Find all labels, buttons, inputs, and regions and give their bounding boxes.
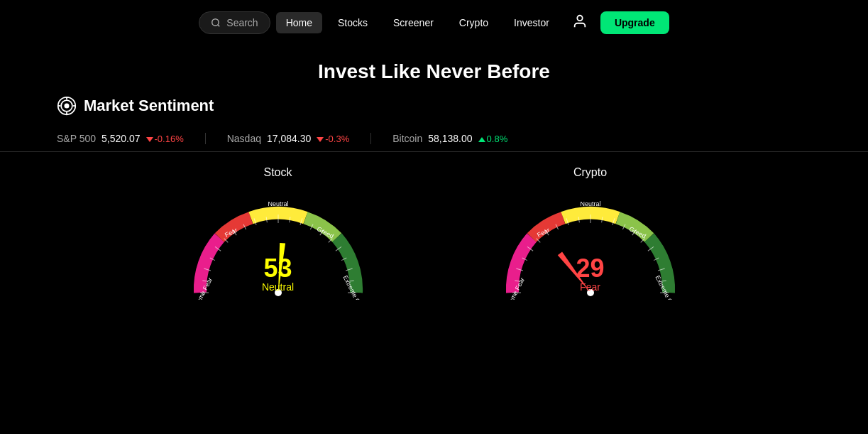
sp500-value: 5,520.07 (101, 133, 141, 144)
sp500-name: S&P 500 (57, 133, 96, 144)
crypto-label-neutral: Neutral (580, 200, 600, 207)
sp500-change: -0.16% (146, 134, 184, 144)
crypto-gauge-value: 29 Fear (576, 256, 604, 293)
stock-gauge-number: 53 (262, 256, 294, 281)
nav-screener[interactable]: Screener (383, 12, 444, 33)
nav-investor[interactable]: Investor (504, 12, 559, 33)
crypto-gauge-container: Extreme Fear Fear Neutral Greed Extreme … (491, 186, 690, 300)
ticker-sp500: S&P 500 5,520.07 -0.16% (57, 133, 205, 144)
sentiment-icon (57, 96, 77, 116)
user-account-button[interactable] (565, 9, 595, 36)
user-icon (572, 13, 588, 29)
stock-gauge: Stock (179, 166, 378, 300)
stock-gauge-label: Neutral (262, 281, 294, 293)
nasdaq-name: Nasdaq (227, 133, 261, 144)
bitcoin-value: 58,138.00 (428, 133, 472, 144)
upgrade-button[interactable]: Upgrade (600, 11, 669, 34)
stock-label-neutral: Neutral (268, 200, 288, 207)
gauges-section: Stock (0, 166, 868, 300)
sp500-arrow-down (146, 137, 153, 142)
crypto-gauge-title: Crypto (573, 166, 607, 179)
ticker-bitcoin: Bitcoin 58,138.00 0.8% (370, 133, 529, 144)
hero-section: Invest Like Never Before (0, 43, 868, 96)
crypto-gauge: Crypto (491, 166, 690, 300)
stock-gauge-title: Stock (263, 166, 292, 179)
stock-gauge-container: Extreme Fear Fear Neutral Greed Extreme … (179, 186, 378, 300)
ticker-bar: S&P 500 5,520.07 -0.16% Nasdaq 17,084.30… (0, 126, 868, 152)
bitcoin-name: Bitcoin (392, 133, 422, 144)
nasdaq-arrow-down (317, 137, 324, 142)
nav-stocks[interactable]: Stocks (328, 12, 378, 33)
nasdaq-change: -0.3% (317, 134, 349, 144)
svg-point-0 (212, 18, 219, 25)
search-label: Search (226, 17, 258, 28)
svg-point-5 (65, 104, 70, 109)
crypto-gauge-number: 29 (576, 256, 604, 281)
svg-point-2 (577, 16, 582, 21)
market-sentiment-header: Market Sentiment (0, 96, 868, 116)
search-button[interactable]: Search (199, 11, 270, 34)
hero-title: Invest Like Never Before (0, 60, 868, 83)
search-icon (211, 18, 221, 28)
bitcoin-arrow-up (478, 137, 485, 142)
svg-line-1 (218, 24, 220, 26)
ticker-nasdaq: Nasdaq 17,084.30 -0.3% (205, 133, 371, 144)
nav-crypto[interactable]: Crypto (449, 12, 498, 33)
nav-home[interactable]: Home (276, 12, 322, 33)
navigation: Search Home Stocks Screener Crypto Inves… (0, 0, 868, 43)
stock-gauge-value: 53 Neutral (262, 256, 294, 293)
crypto-gauge-label: Fear (576, 281, 604, 293)
nasdaq-value: 17,084.30 (267, 133, 311, 144)
bitcoin-change: 0.8% (478, 134, 508, 144)
section-title-text: Market Sentiment (84, 97, 214, 115)
